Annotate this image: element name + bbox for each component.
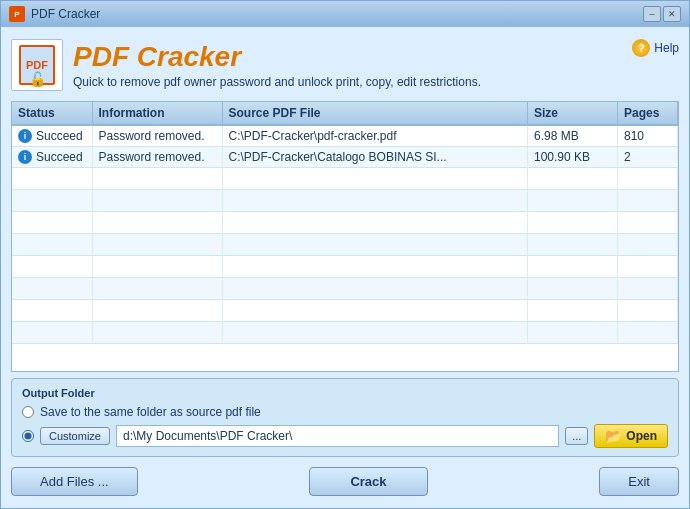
col-header-size: Size xyxy=(528,102,618,125)
files-table-container: Status Information Source PDF File Size … xyxy=(11,101,679,372)
crack-button[interactable]: Crack xyxy=(309,467,427,496)
row2-info: Password removed. xyxy=(92,147,222,168)
info-icon: i xyxy=(18,150,32,164)
title-bar: P PDF Cracker – ✕ xyxy=(1,1,689,27)
app-logo: PDF 🔓 xyxy=(11,39,63,91)
row2-source: C:\PDF-Cracker\Catalogo BOBINAS SI... xyxy=(222,147,528,168)
table-header: Status Information Source PDF File Size … xyxy=(12,102,678,125)
radio-same-folder[interactable] xyxy=(22,406,34,418)
app-info: PDF Cracker Quick to remove pdf owner pa… xyxy=(73,41,481,89)
main-content: PDF 🔓 PDF Cracker Quick to remove pdf ow… xyxy=(1,27,689,508)
title-buttons: – ✕ xyxy=(643,6,681,22)
header-row: PDF 🔓 PDF Cracker Quick to remove pdf ow… xyxy=(11,35,679,95)
table-row-empty xyxy=(12,234,678,256)
col-header-pages: Pages xyxy=(618,102,678,125)
row1-pages: 810 xyxy=(618,125,678,147)
radio-customize[interactable] xyxy=(22,430,34,442)
app-title: PDF Cracker xyxy=(73,41,481,73)
table-row-empty xyxy=(12,278,678,300)
row2-pages: 2 xyxy=(618,147,678,168)
row1-status: i Succeed xyxy=(12,125,92,147)
radio-row-1: Save to the same folder as source pdf fi… xyxy=(22,405,668,419)
table-row-empty xyxy=(12,256,678,278)
row1-size: 6.98 MB xyxy=(528,125,618,147)
customize-button[interactable]: Customize xyxy=(40,427,110,445)
open-button[interactable]: 📂 Open xyxy=(594,424,668,448)
row1-info: Password removed. xyxy=(92,125,222,147)
main-window: P PDF Cracker – ✕ PDF 🔓 PDF Cracker Quic… xyxy=(0,0,690,509)
bottom-buttons: Add Files ... Crack Exit xyxy=(11,463,679,500)
help-label: Help xyxy=(654,41,679,55)
table-row-empty xyxy=(12,168,678,190)
minimize-button[interactable]: – xyxy=(643,6,661,22)
help-button[interactable]: ? Help xyxy=(632,39,679,57)
subtitle: Quick to remove pdf owner password and u… xyxy=(73,75,481,89)
row2-size: 100.90 KB xyxy=(528,147,618,168)
row2-status-text: Succeed xyxy=(36,150,83,164)
col-header-source: Source PDF File xyxy=(222,102,528,125)
col-header-status: Status xyxy=(12,102,92,125)
output-folder-section: Output Folder Save to the same folder as… xyxy=(11,378,679,457)
info-icon: i xyxy=(18,129,32,143)
table-row-empty xyxy=(12,190,678,212)
add-files-button[interactable]: Add Files ... xyxy=(11,467,138,496)
table-row-empty xyxy=(12,212,678,234)
output-folder-title: Output Folder xyxy=(22,387,668,399)
table-row-empty xyxy=(12,300,678,322)
col-header-info: Information xyxy=(92,102,222,125)
row1-source: C:\PDF-Cracker\pdf-cracker.pdf xyxy=(222,125,528,147)
files-table: Status Information Source PDF File Size … xyxy=(12,102,678,344)
customize-row: Customize ... 📂 Open xyxy=(22,424,668,448)
folder-icon: 📂 xyxy=(605,428,622,444)
lock-icon: 🔓 xyxy=(29,71,46,87)
browse-button[interactable]: ... xyxy=(565,427,588,445)
close-button[interactable]: ✕ xyxy=(663,6,681,22)
header-left: PDF 🔓 PDF Cracker Quick to remove pdf ow… xyxy=(11,39,481,91)
pdf-text: PDF xyxy=(26,60,48,71)
table-row-empty xyxy=(12,322,678,344)
title-icon: P xyxy=(9,6,25,22)
row1-status-text: Succeed xyxy=(36,129,83,143)
table-row[interactable]: i Succeed Password removed. C:\PDF-Crack… xyxy=(12,147,678,168)
title-bar-text: PDF Cracker xyxy=(31,7,100,21)
title-bar-left: P PDF Cracker xyxy=(9,6,100,22)
pdf-icon-inner: PDF 🔓 xyxy=(19,45,55,85)
output-path-input[interactable] xyxy=(116,425,559,447)
exit-button[interactable]: Exit xyxy=(599,467,679,496)
table-body: i Succeed Password removed. C:\PDF-Crack… xyxy=(12,125,678,344)
radio-same-folder-label: Save to the same folder as source pdf fi… xyxy=(40,405,261,419)
row2-status: i Succeed xyxy=(12,147,92,168)
open-label: Open xyxy=(626,429,657,443)
help-icon: ? xyxy=(632,39,650,57)
table-row[interactable]: i Succeed Password removed. C:\PDF-Crack… xyxy=(12,125,678,147)
